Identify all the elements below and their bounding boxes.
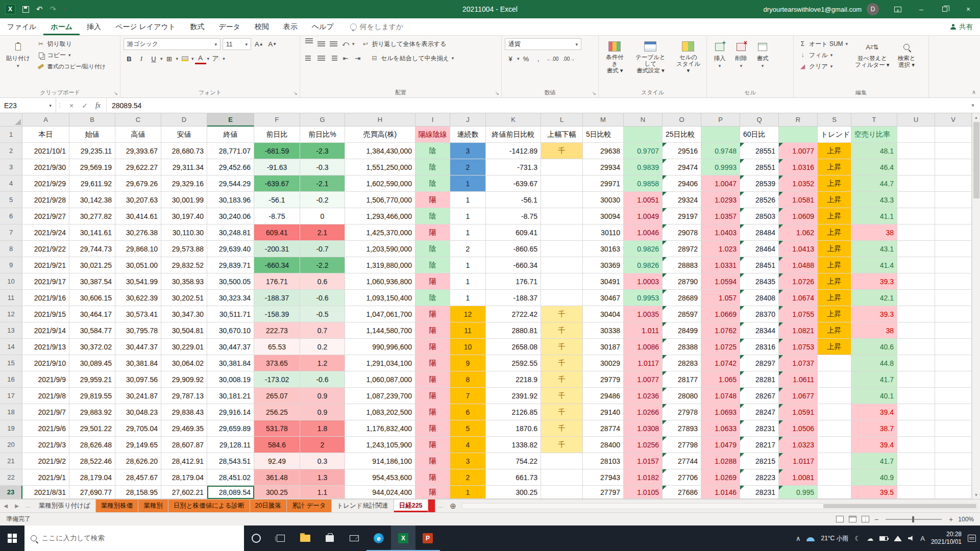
restore-button[interactable] [933,0,957,18]
cell-D20[interactable]: 28,607.87 [161,437,207,453]
cell-F17[interactable]: 265.07 [254,388,300,404]
cell-L19[interactable]: 千 [541,420,583,437]
cell-B15[interactable]: 30,089.45 [69,355,115,371]
weather-label[interactable]: 21°C 小雨 [821,534,848,543]
cell-C21[interactable]: 28,626.20 [115,453,161,469]
cell-N21[interactable]: 1.0157 [624,453,663,469]
zoom-level-label[interactable]: 100% [958,516,974,523]
cell-B2[interactable]: 29,235.11 [69,143,115,159]
file-explorer-button[interactable] [293,525,317,551]
cell-J19[interactable]: 5 [450,420,486,437]
start-button[interactable] [0,525,24,551]
cell-K20[interactable]: 1338.82 [486,437,541,453]
row-header-4[interactable]: 4 [0,176,22,192]
cell-B16[interactable]: 29,959.21 [69,371,115,388]
cell-E9[interactable]: 29,839.71 [207,257,254,273]
cell-R23[interactable]: 0.995 [779,486,818,499]
cell-I9[interactable]: 陰 [415,257,450,273]
cell-M2[interactable]: 29638 [583,143,624,159]
cell-T10[interactable]: 39.3 [851,273,897,290]
cell-B19[interactable]: 29,501.22 [69,420,115,437]
normal-view-icon[interactable] [836,516,844,522]
cell-L7[interactable] [541,224,583,241]
cell-R4[interactable]: 1.0352 [779,176,818,192]
cell-V9[interactable] [935,257,972,273]
cell-H19[interactable]: 1,176,832,400 [345,420,415,437]
field-header-H[interactable]: 売買高(株) [345,127,415,143]
cell-L13[interactable]: 千 [541,322,583,339]
format-painter-button[interactable]: 書式のコピー/貼り付け [35,61,108,72]
cell-H23[interactable]: 944,024,400 [345,486,415,499]
cell-T5[interactable]: 43.3 [851,192,897,208]
new-sheet-button[interactable]: ⊕ [447,499,460,512]
task-view-button[interactable] [268,525,293,551]
cell-N6[interactable]: 1.0049 [624,208,663,224]
cell-F10[interactable]: 176.71 [254,273,300,290]
cell-O5[interactable]: 29324 [663,192,701,208]
cell-U8[interactable] [897,241,935,257]
cell-F7[interactable]: 609.41 [254,224,300,241]
cell-O8[interactable]: 28972 [663,241,701,257]
cell-K19[interactable]: 1870.6 [486,420,541,437]
cell-V7[interactable] [935,224,972,241]
cell-E6[interactable]: 30,240.06 [207,208,254,224]
powerpoint-button[interactable]: P [415,525,440,551]
cell-G23[interactable]: 1.1 [300,486,345,499]
font-name-select[interactable]: 游ゴシック▾ [124,38,220,50]
cell-N5[interactable]: 1.0051 [624,192,663,208]
column-header-V[interactable]: V [935,113,972,127]
cell-F5[interactable]: -56.1 [254,192,300,208]
field-header-S[interactable]: トレンド [818,127,851,143]
cell-Q8[interactable]: 28464 [740,241,779,257]
cell-U22[interactable] [897,469,935,486]
increase-indent-icon[interactable]: ⇥ [352,53,363,64]
cell-P21[interactable]: 1.0288 [701,453,740,469]
cell-C20[interactable]: 29,149.65 [115,437,161,453]
ribbon-display-options-button[interactable]: ∧ [886,0,910,18]
cell-B9[interactable]: 30,021.25 [69,257,115,273]
cell-H15[interactable]: 1,291,034,100 [345,355,415,371]
cell-B12[interactable]: 30,464.17 [69,306,115,322]
cell-I13[interactable]: 陽 [415,322,450,339]
cell-F13[interactable]: 222.73 [254,322,300,339]
cell-I2[interactable]: 陰 [415,143,450,159]
cell-P11[interactable]: 1.057 [701,290,740,306]
cell-F20[interactable]: 584.6 [254,437,300,453]
column-header-O[interactable]: O [663,113,701,127]
cell-S7[interactable]: 上昇 [818,224,851,241]
share-button[interactable]: 共有 [950,22,973,32]
cell-E8[interactable]: 29,639.40 [207,241,254,257]
ime-mode-indicator[interactable]: A [920,535,925,542]
cell-K4[interactable]: -639.67 [486,176,541,192]
cell-I11[interactable]: 陰 [415,290,450,306]
cell-I6[interactable]: 陰 [415,208,450,224]
cell-R15[interactable]: 1.0737 [779,355,818,371]
decrease-indent-icon[interactable]: ⇤ [340,53,351,64]
cell-R7[interactable]: 1.062 [779,224,818,241]
cell-D6[interactable]: 30,197.40 [161,208,207,224]
zoom-slider[interactable] [886,519,942,520]
cell-Q23[interactable]: 28231 [740,486,779,499]
cell-P7[interactable]: 1.0403 [701,224,740,241]
cell-I18[interactable]: 陽 [415,404,450,420]
cell-I5[interactable]: 陽 [415,192,450,208]
cell-T9[interactable]: 41.4 [851,257,897,273]
cell-D18[interactable]: 29,838.43 [161,404,207,420]
row-header-15[interactable]: 15 [0,355,22,371]
cell-K13[interactable]: 2880.81 [486,322,541,339]
cell-L6[interactable] [541,208,583,224]
cell-Q7[interactable]: 28484 [740,224,779,241]
zoom-in-icon[interactable]: + [949,515,953,523]
cell-V5[interactable] [935,192,972,208]
sheet-tab-トレンド統計関連[interactable]: トレンド統計関連 [332,499,394,512]
cell-N9[interactable]: 0.9826 [624,257,663,273]
number-dialog-launcher-icon[interactable]: ↘ [592,90,596,96]
insert-function-icon[interactable]: fx [92,102,104,110]
cell-V6[interactable] [935,208,972,224]
column-header-B[interactable]: B [69,113,115,127]
horizontal-scroll-thumb[interactable] [823,504,976,508]
cell-S13[interactable]: 上昇 [818,322,851,339]
cell-B6[interactable]: 30,277.82 [69,208,115,224]
cell-C2[interactable]: 29,393.67 [115,143,161,159]
cell-U17[interactable] [897,388,935,404]
